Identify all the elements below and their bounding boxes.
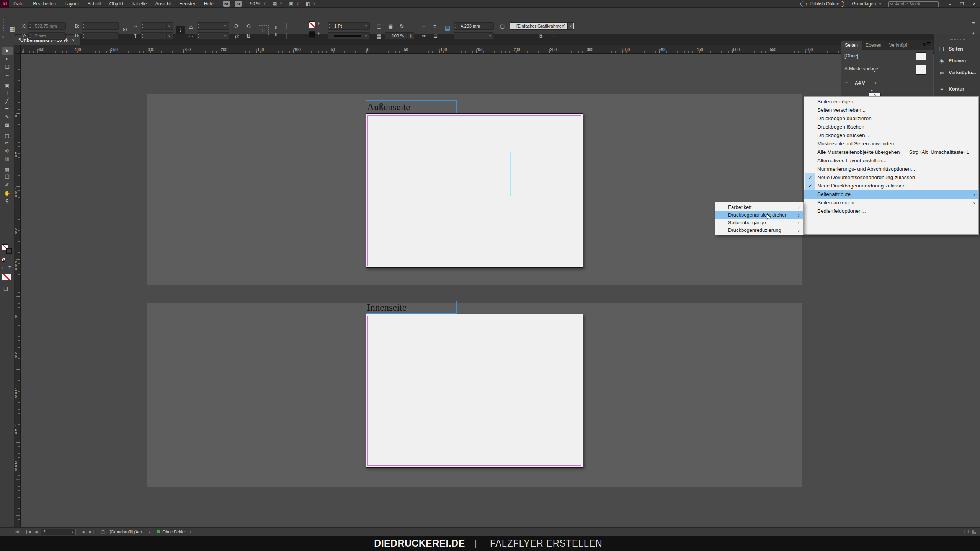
publish-online-button[interactable]: ↑ Publish Online xyxy=(800,1,844,7)
fold-guide[interactable] xyxy=(510,314,510,467)
workspace-switcher[interactable]: Grundlagen xyxy=(852,1,876,7)
scale-y-field[interactable]: ▴▾˅ xyxy=(141,32,173,40)
menubar-item[interactable]: Layout xyxy=(60,0,83,8)
pen-tool[interactable]: ✒ xyxy=(2,105,13,113)
formatting-text-icon[interactable]: T xyxy=(8,266,11,270)
gradient-tool[interactable]: ▥ xyxy=(2,155,13,163)
constrain-scale-icon[interactable]: ∞ xyxy=(176,26,185,34)
type-tool[interactable]: T xyxy=(2,89,13,97)
arrange-documents-icon[interactable]: ◧ xyxy=(305,1,310,7)
resize-grip[interactable] xyxy=(972,530,976,534)
context-menu-item[interactable]: Alle Musterseitenobjekte übergehen Strg+… xyxy=(804,148,978,156)
stroke-weight-field[interactable]: ▴▾1 Pt˅ xyxy=(328,22,370,30)
select-parent-icon[interactable]: ╢ xyxy=(285,33,288,39)
fill-swatch[interactable] xyxy=(309,31,315,38)
error-status[interactable]: Ohne Fehler xyxy=(162,530,186,534)
context-menu-item[interactable]: Bedienfeldoptionen... xyxy=(804,207,978,215)
effects-icon[interactable]: fx. xyxy=(400,23,405,29)
first-page-button[interactable]: ❙◀ xyxy=(25,530,31,534)
last-page-button[interactable]: ▶❙ xyxy=(89,530,95,534)
screen-mode-chevron-icon[interactable]: ˅ xyxy=(297,2,299,6)
flip-vertical-icon[interactable]: ⇅ xyxy=(246,33,251,40)
zoom-chevron-icon[interactable]: ˅ xyxy=(263,2,266,6)
submenu-item[interactable]: Seitenübergänge › xyxy=(715,219,803,227)
submenu-item[interactable]: Farbetikett › xyxy=(715,204,803,211)
constrain-dimensions-icon[interactable]: ⊘ xyxy=(122,26,127,33)
eyedropper-tool[interactable]: ✐ xyxy=(2,181,13,189)
screen-mode-button[interactable]: ❐ xyxy=(3,286,8,292)
dock-item-verknuepfungen[interactable]: ∞ Verknüpfu... xyxy=(934,67,980,78)
frame-dotted-icon[interactable]: ▢ xyxy=(500,23,505,29)
ebenen[interactable]: Ebenen xyxy=(862,41,885,50)
scissors-tool[interactable]: ✂ xyxy=(2,139,13,147)
page-size-row[interactable]: ≣ A4 V ▾ xyxy=(841,78,933,89)
free-transform-tool[interactable]: ✥ xyxy=(2,147,13,155)
bridge-icon[interactable]: Br xyxy=(223,1,230,7)
arrange-chevron-icon[interactable]: ˅ xyxy=(313,2,315,6)
dock-item-ebenen[interactable]: ◈ Ebenen xyxy=(934,55,980,67)
frame-tool[interactable]: ⊠ xyxy=(2,121,13,129)
context-menu-item[interactable]: Musterseite auf Seiten anwenden... xyxy=(804,140,978,148)
fold-guide[interactable] xyxy=(438,114,438,267)
view-options-icon[interactable]: ▦ xyxy=(273,1,277,7)
context-menu-item[interactable]: Druckbogen duplizieren xyxy=(804,114,978,123)
context-menu-item[interactable]: Druckbogen löschen xyxy=(804,123,978,131)
x-position-field[interactable]: ▴▾593,75 mm xyxy=(28,22,66,30)
wrap-none-icon[interactable]: ≣ xyxy=(422,23,426,29)
control-panel-grip[interactable] xyxy=(2,19,4,31)
stock-search-input[interactable]: ⚲ Adobe Stock xyxy=(888,1,939,7)
hand-tool[interactable]: ✋ xyxy=(2,189,13,197)
menubar-item[interactable]: Hilfe xyxy=(200,0,218,8)
stock-icon[interactable]: St xyxy=(235,1,242,7)
style-override-icon[interactable]: ⧉ xyxy=(539,33,542,39)
note-tool[interactable]: ❐ xyxy=(2,173,13,181)
default-swatches-icon[interactable] xyxy=(2,258,5,262)
object-style-dropdown[interactable]: [Einfacher Grafikrahmen]˅ xyxy=(510,22,574,30)
inner-side-text-frame[interactable]: Innenseite xyxy=(366,301,457,314)
window-restore-button[interactable]: ❐ xyxy=(956,0,968,7)
width-field[interactable]: ▴▾ xyxy=(82,22,119,30)
gradient-feather-tool[interactable]: ▨ xyxy=(2,165,13,173)
dock-item-seiten[interactable]: ❐ Seiten xyxy=(934,43,980,55)
stroke-color-swatch[interactable] xyxy=(6,248,12,254)
flip-horizontal-icon[interactable]: ⇄ xyxy=(234,33,239,40)
context-menu-item[interactable]: Seiten anzeigen › xyxy=(804,199,978,207)
previous-page-button[interactable]: ◀ xyxy=(35,530,38,534)
context-menu-item[interactable]: Seiten einfügen... xyxy=(804,98,978,106)
y-position-field[interactable]: ▴▾2 mm xyxy=(28,32,66,40)
vertical-ruler[interactable]: 050100150200 050100150200 xyxy=(15,54,21,527)
zoom-tool[interactable]: ⚲ xyxy=(2,197,13,205)
stroke-flyout-icon[interactable]: ❯ xyxy=(317,21,320,25)
dock-item-kontur[interactable]: ≡ Kontur xyxy=(934,82,980,93)
opacity-field[interactable]: 100 %❯ xyxy=(385,32,414,40)
quick-apply-icon[interactable]: ⚡ xyxy=(972,31,975,36)
ruler-origin-box[interactable] xyxy=(15,45,21,54)
master-thumbnail[interactable] xyxy=(916,65,926,75)
line-tool[interactable]: ╱ xyxy=(2,97,13,105)
direct-selection-tool[interactable]: ➣ xyxy=(2,55,13,63)
dock-grip[interactable] xyxy=(950,39,965,40)
outer-spread-page[interactable] xyxy=(366,113,583,268)
horizontal-ruler[interactable]: 4504003503002502001501005005010015020025… xyxy=(15,45,980,54)
scale-x-field[interactable]: ▴▾˅ xyxy=(141,22,173,30)
tools-panel-header[interactable]: » xyxy=(0,34,15,45)
tools-grip[interactable] xyxy=(2,41,13,41)
menubar-item[interactable]: Bearbeiten xyxy=(29,0,60,8)
page-size-chevron-icon[interactable]: ▾ xyxy=(875,81,877,85)
context-menu-item[interactable]: Druckbogen drucken... xyxy=(804,131,978,140)
wrap-object-icon[interactable]: ≋ xyxy=(422,33,426,39)
preflight-profile[interactable]: [Grundprofil] (Arb... xyxy=(109,530,145,534)
spread-view-icon[interactable]: ❐ xyxy=(964,529,969,535)
fill-flyout-icon[interactable]: ❯ xyxy=(317,31,320,35)
context-menu-item[interactable]: Nummerierungs- und Abschnittsoptionen... xyxy=(804,165,978,173)
workspace-chevron-icon[interactable]: ˅ xyxy=(879,2,881,6)
outer-side-text-frame[interactable]: Außenseite xyxy=(366,100,457,113)
zoom-level[interactable]: 50 % xyxy=(250,1,260,7)
tab-close-icon[interactable]: ✕ xyxy=(72,38,75,43)
context-menu-item[interactable]: Alternatives Layout erstellen... xyxy=(804,156,978,165)
window-minimize-button[interactable]: – xyxy=(944,0,956,7)
stroke-swatch-none[interactable] xyxy=(309,21,315,28)
submenu-item[interactable]: Druckbogenreduzierung › xyxy=(715,227,803,234)
rotate-ccw-icon[interactable]: ⟲ xyxy=(246,23,251,30)
auto-fit-dropdown[interactable]: ˅ xyxy=(454,32,494,40)
